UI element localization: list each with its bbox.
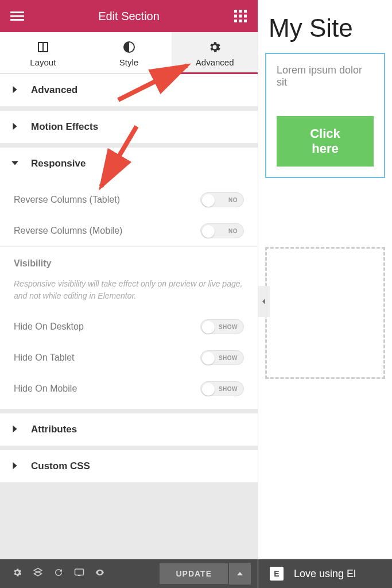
svg-rect-7 xyxy=(239,15,242,18)
svg-marker-20 xyxy=(262,299,265,304)
svg-marker-16 xyxy=(13,462,17,469)
tab-advanced-label: Advanced xyxy=(196,57,234,67)
history-icon[interactable] xyxy=(48,567,69,580)
toggle-knob xyxy=(202,225,215,238)
svg-rect-6 xyxy=(234,15,237,18)
svg-rect-17 xyxy=(75,569,84,575)
lorem-text: Lorem ipsum dolor sit xyxy=(277,64,374,88)
selected-section[interactable]: Lorem ipsum dolor sit Click here xyxy=(265,53,385,178)
reverse-tablet-toggle[interactable]: NO xyxy=(200,192,244,207)
svg-rect-2 xyxy=(10,19,24,21)
hide-tablet-toggle[interactable]: SHOW xyxy=(200,350,244,365)
caret-down-icon xyxy=(11,158,18,169)
menu-icon[interactable] xyxy=(10,9,24,23)
editor-panel: Edit Section Layout Style Advanced Advan… xyxy=(0,0,258,588)
sections-container: Advanced Motion Effects Responsive Rever… xyxy=(0,74,258,559)
responsive-icon[interactable] xyxy=(69,567,90,580)
svg-rect-3 xyxy=(234,10,237,13)
section-attributes-title: Attributes xyxy=(31,424,77,435)
section-motion-effects[interactable]: Motion Effects xyxy=(0,111,258,143)
hide-tablet-label: Hide On Tablet xyxy=(14,353,75,363)
svg-rect-11 xyxy=(244,20,247,22)
hide-desktop-row: Hide On Desktop SHOW xyxy=(0,311,258,342)
reverse-mobile-label: Reverse Columns (Mobile) xyxy=(14,226,122,236)
section-advanced[interactable]: Advanced xyxy=(0,74,258,106)
tab-style[interactable]: Style xyxy=(86,32,172,73)
preview-pane: My Site Lorem ipsum dolor sit Click here… xyxy=(258,0,392,588)
style-icon xyxy=(122,40,136,54)
panel-title: Edit Section xyxy=(24,10,234,23)
caret-right-icon xyxy=(11,85,18,95)
section-responsive-title: Responsive xyxy=(31,158,86,169)
toggle-knob xyxy=(202,383,215,396)
svg-marker-14 xyxy=(11,161,18,165)
svg-marker-19 xyxy=(237,572,243,575)
caret-right-icon xyxy=(11,461,18,471)
section-motion-title: Motion Effects xyxy=(31,121,98,133)
update-button[interactable]: UPDATE xyxy=(160,563,228,584)
tabs: Layout Style Advanced xyxy=(0,32,258,74)
site-title: My Site xyxy=(265,14,385,42)
svg-marker-15 xyxy=(13,425,17,432)
responsive-body: Reverse Columns (Tablet) NO Reverse Colu… xyxy=(0,180,258,409)
svg-marker-12 xyxy=(13,86,17,93)
toggle-knob xyxy=(202,352,215,365)
reverse-mobile-row: Reverse Columns (Mobile) NO xyxy=(0,215,258,246)
caret-right-icon xyxy=(11,424,18,435)
section-advanced-title: Advanced xyxy=(31,84,77,96)
update-dropdown[interactable] xyxy=(229,563,251,585)
tab-layout[interactable]: Layout xyxy=(0,32,86,73)
collapse-panel-handle[interactable] xyxy=(258,286,270,317)
svg-rect-4 xyxy=(239,10,242,13)
hide-desktop-toggle[interactable]: SHOW xyxy=(200,319,244,334)
toggle-state: SHOW xyxy=(219,355,238,361)
tab-layout-label: Layout xyxy=(30,57,56,67)
navigator-icon[interactable] xyxy=(28,567,48,580)
toggle-state: SHOW xyxy=(219,386,238,392)
svg-rect-8 xyxy=(244,15,247,18)
toggle-knob xyxy=(202,321,215,334)
toggle-state: SHOW xyxy=(219,324,238,330)
tab-advanced[interactable]: Advanced xyxy=(172,32,258,73)
svg-rect-18 xyxy=(78,575,81,577)
gear-icon xyxy=(208,40,222,54)
panel-header: Edit Section xyxy=(0,0,258,32)
section-customcss-title: Custom CSS xyxy=(31,461,90,472)
tab-style-label: Style xyxy=(119,57,138,67)
elementor-logo-icon[interactable]: E xyxy=(270,567,284,581)
caret-right-icon xyxy=(11,122,18,132)
toggle-state: NO xyxy=(228,197,238,203)
cta-button[interactable]: Click here xyxy=(277,116,374,167)
svg-rect-10 xyxy=(239,20,242,22)
settings-icon[interactable] xyxy=(7,567,28,580)
svg-rect-9 xyxy=(234,20,237,22)
toggle-knob xyxy=(202,194,215,207)
layout-icon xyxy=(36,40,50,54)
preview-footer: E Love using El xyxy=(258,559,392,588)
preview-icon[interactable] xyxy=(90,567,110,580)
section-custom-css[interactable]: Custom CSS xyxy=(0,450,258,482)
footer-text: Love using El xyxy=(294,568,356,580)
reverse-tablet-label: Reverse Columns (Tablet) xyxy=(14,195,120,205)
visibility-title: Visibility xyxy=(0,247,258,273)
section-attributes[interactable]: Attributes xyxy=(0,413,258,446)
empty-drop-zone[interactable] xyxy=(265,247,385,379)
svg-rect-1 xyxy=(10,16,24,17)
svg-rect-5 xyxy=(244,10,247,13)
reverse-mobile-toggle[interactable]: NO xyxy=(200,223,244,238)
visibility-note: Responsive visibility will take effect o… xyxy=(0,273,258,311)
hide-mobile-row: Hide On Mobile SHOW xyxy=(0,373,258,404)
svg-rect-0 xyxy=(10,11,24,13)
hide-mobile-label: Hide On Mobile xyxy=(14,384,77,394)
reverse-tablet-row: Reverse Columns (Tablet) NO xyxy=(0,184,258,215)
svg-marker-13 xyxy=(13,123,17,130)
apps-grid-icon[interactable] xyxy=(234,9,247,23)
panel-footer: UPDATE xyxy=(0,559,258,588)
section-responsive[interactable]: Responsive xyxy=(0,148,258,180)
hide-desktop-label: Hide On Desktop xyxy=(14,322,84,332)
toggle-state: NO xyxy=(228,228,238,234)
hide-tablet-row: Hide On Tablet SHOW xyxy=(0,342,258,373)
hide-mobile-toggle[interactable]: SHOW xyxy=(200,381,244,396)
